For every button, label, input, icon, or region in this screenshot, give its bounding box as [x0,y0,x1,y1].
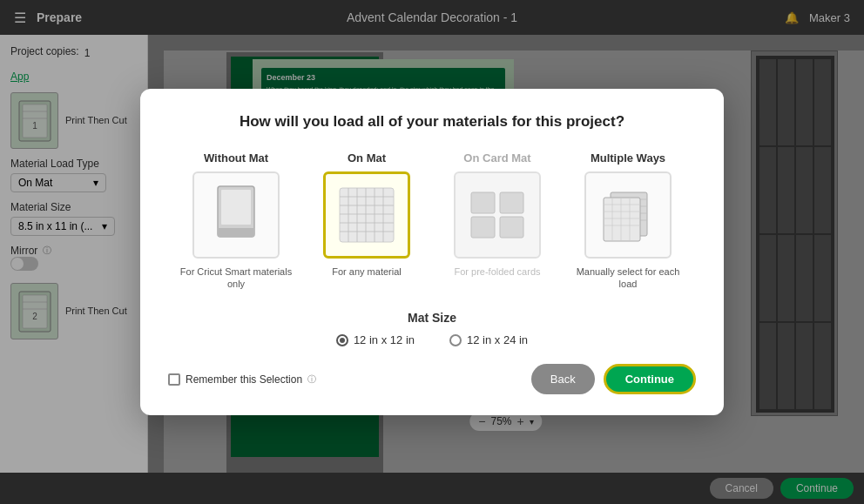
remember-info-icon[interactable]: ⓘ [307,373,316,386]
radio-row: 12 in x 12 in 12 in x 24 in [168,333,696,346]
on-card-mat-icon [468,189,527,241]
remember-row: Remember this Selection ⓘ [168,373,316,386]
size-12x24-item[interactable]: 12 in x 24 in [449,333,528,346]
multiple-ways-box[interactable] [584,171,672,259]
remember-label: Remember this Selection [186,373,302,386]
app-shell: ☰ Prepare Advent Calendar Decoration - 1… [0,0,864,504]
back-button[interactable]: Back [531,364,595,394]
options-row: Without Mat For Cricut Smart materials o… [168,151,696,291]
without-mat-label: Without Mat [204,151,268,165]
on-mat-sublabel: For any material [332,265,401,278]
svg-rect-26 [471,217,495,238]
modal-title: How will you load all of your materials … [168,113,696,131]
on-card-mat-label: On Card Mat [463,151,530,165]
size-12x24-label: 12 in x 24 in [467,333,528,346]
svg-rect-33 [604,198,640,241]
on-mat-label: On Mat [348,151,386,165]
size-12x24-radio[interactable] [449,334,462,346]
mat-size-section: Mat Size 12 in x 12 in 12 in x 24 in [168,311,696,346]
option-on-card-mat: On Card Mat For pre-folded cards [441,151,554,291]
continue-button[interactable]: Continue [604,364,696,394]
on-mat-icon [336,185,397,245]
modal-dialog: How will you load all of your materials … [140,89,724,416]
size-12x12-label: 12 in x 12 in [354,333,415,346]
without-mat-icon [211,185,261,245]
svg-rect-11 [218,228,254,237]
multiple-ways-sublabel: Manually select for each load [571,265,685,291]
multiple-ways-icon [598,185,658,245]
size-12x12-item[interactable]: 12 in x 12 in [336,333,415,346]
on-card-mat-box [454,171,541,259]
svg-rect-24 [471,192,495,213]
size-12x12-radio[interactable] [336,334,348,346]
multiple-ways-label: Multiple Ways [591,151,665,165]
mat-size-title: Mat Size [168,311,696,325]
modal-bottom: Remember this Selection ⓘ Back Continue [168,364,696,394]
on-card-mat-sublabel: For pre-folded cards [454,265,540,278]
option-multiple-ways[interactable]: Multiple Ways [571,151,685,291]
remember-checkbox[interactable] [168,373,180,386]
option-without-mat[interactable]: Without Mat For Cricut Smart materials o… [179,151,293,291]
without-mat-sublabel: For Cricut Smart materials only [179,265,293,291]
option-on-mat[interactable]: On Mat [310,151,423,291]
svg-rect-13 [340,188,394,242]
svg-rect-12 [221,190,251,225]
on-mat-box[interactable] [323,171,410,259]
modal-overlay: How will you load all of your materials … [0,0,864,504]
svg-rect-25 [500,192,523,213]
modal-btn-row: Back Continue [531,364,696,394]
svg-rect-27 [500,217,523,238]
without-mat-box[interactable] [192,171,280,259]
